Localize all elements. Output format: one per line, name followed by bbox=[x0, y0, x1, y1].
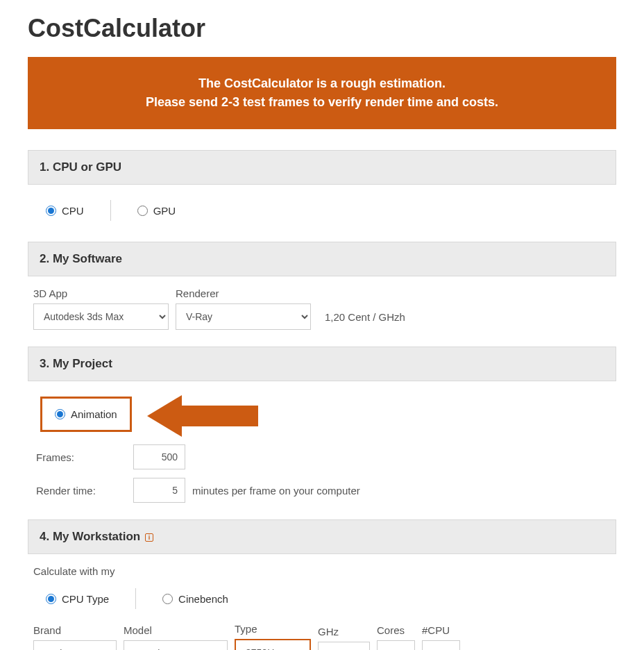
divider bbox=[135, 588, 136, 609]
cpu-radio[interactable] bbox=[46, 206, 56, 216]
svg-marker-0 bbox=[147, 395, 258, 437]
frames-input[interactable] bbox=[133, 444, 185, 469]
rendertime-suffix: minutes per frame on your computer bbox=[192, 485, 360, 497]
model-label: Model bbox=[124, 624, 228, 636]
info-banner: The CostCalculator is a rough estimation… bbox=[28, 57, 616, 129]
section-cpu-gpu-header: 1. CPU or GPU bbox=[28, 150, 616, 185]
price-text: 1,20 Cent / GHzh bbox=[325, 311, 405, 330]
animation-label[interactable]: Animation bbox=[71, 408, 117, 420]
section-workstation-header: 4. My Workstation i bbox=[28, 519, 616, 554]
renderer-select[interactable]: V-Ray bbox=[176, 303, 311, 330]
brand-select[interactable]: Intel bbox=[33, 640, 117, 650]
page-title: CostCalculator bbox=[28, 14, 616, 43]
gpu-radio[interactable] bbox=[137, 206, 148, 216]
frames-label: Frames: bbox=[36, 451, 126, 463]
section-project-header: 3. My Project bbox=[28, 347, 616, 381]
brand-label: Brand bbox=[33, 624, 117, 636]
ghz-input[interactable] bbox=[318, 642, 370, 650]
calc-label: Calculate with my bbox=[33, 565, 611, 577]
info-icon[interactable]: i bbox=[145, 533, 153, 542]
banner-line1: The CostCalculator is a rough estimation… bbox=[42, 74, 602, 93]
model-select[interactable]: Core i7 bbox=[124, 640, 228, 650]
gpu-label[interactable]: GPU bbox=[153, 205, 176, 217]
app-select[interactable]: Autodesk 3ds Max bbox=[33, 303, 169, 330]
animation-radio[interactable] bbox=[55, 409, 65, 419]
divider bbox=[110, 200, 111, 221]
rendertime-input[interactable] bbox=[133, 478, 185, 503]
section-software-header: 2. My Software bbox=[28, 242, 616, 276]
cpu-label[interactable]: CPU bbox=[62, 205, 84, 217]
cpu-type-label[interactable]: CPU Type bbox=[62, 593, 109, 605]
cinebench-label[interactable]: Cinebench bbox=[178, 593, 228, 605]
rendertime-label: Render time: bbox=[36, 485, 126, 497]
app-label: 3D App bbox=[33, 288, 169, 299]
type-label: Type bbox=[235, 623, 311, 635]
cpu-count-label: #CPU bbox=[422, 624, 460, 636]
banner-line2: Please send 2-3 test frames to verify re… bbox=[42, 93, 602, 112]
cpu-count-select[interactable]: 1 bbox=[422, 640, 460, 650]
ghz-label: GHz bbox=[318, 626, 370, 638]
animation-option[interactable]: Animation bbox=[40, 397, 132, 432]
cores-select[interactable]: 6 bbox=[377, 640, 415, 650]
pointer-arrow-icon bbox=[147, 395, 258, 437]
cores-label: Cores bbox=[377, 624, 415, 636]
cinebench-radio[interactable] bbox=[162, 594, 173, 604]
cpu-type-radio[interactable] bbox=[46, 594, 56, 604]
renderer-label: Renderer bbox=[176, 288, 311, 299]
type-select[interactable]: 8750H bbox=[235, 639, 311, 650]
